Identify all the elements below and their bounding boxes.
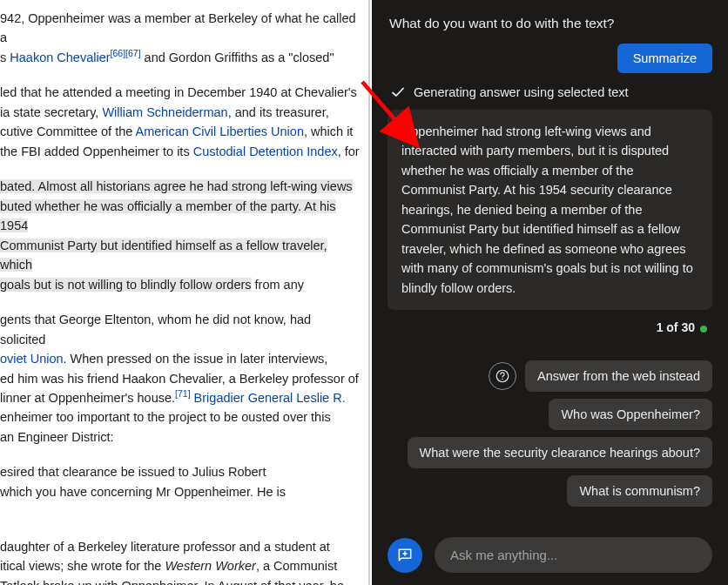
ref-71[interactable]: [71] xyxy=(175,388,191,399)
summarize-button[interactable]: Summarize xyxy=(617,44,712,73)
ref-67[interactable]: [67] xyxy=(125,48,141,58)
question-icon xyxy=(489,362,516,390)
paragraph: led that he attended a meeting in Decemb… xyxy=(0,83,360,161)
paragraph: 942, Oppenheimer was a member at Berkele… xyxy=(0,9,360,67)
pager[interactable]: 1 of 30 xyxy=(388,310,712,345)
answer-box: Oppenheimer had strong left-wing views a… xyxy=(388,110,712,310)
paragraph: gents that George Eltenton, whom he did … xyxy=(0,310,360,447)
status-row: Generating answer using selected text xyxy=(388,85,712,99)
new-topic-button[interactable] xyxy=(388,538,422,573)
link-haakon-chevalier[interactable]: Haakon Chevalier xyxy=(10,50,110,64)
suggestion-answer-from-web[interactable]: Answer from the web instead xyxy=(525,360,712,392)
ask-input[interactable] xyxy=(435,537,712,573)
check-icon xyxy=(391,85,405,99)
status-dot-icon xyxy=(700,326,707,333)
blockquote: esired that clearance be issued to Juliu… xyxy=(0,462,360,501)
link-schneiderman[interactable]: William Schneiderman xyxy=(102,105,227,119)
ref-66[interactable]: [66] xyxy=(111,48,126,58)
chat-panel: What do you want to do with the text? Su… xyxy=(372,0,728,585)
scrollbar[interactable] xyxy=(360,0,372,585)
link-soviet-union[interactable]: oviet Union xyxy=(0,352,64,366)
link-custodial-detention[interactable]: Custodial Detention Index xyxy=(193,145,338,158)
suggestion-what-is-communism[interactable]: What is communism? xyxy=(567,475,712,507)
suggestions: Answer from the web instead Who was Oppe… xyxy=(388,360,712,507)
link-aclu[interactable]: American Civil Liberties Union xyxy=(136,124,304,138)
suggestion-security-clearance[interactable]: What were the security clearance hearing… xyxy=(408,437,712,468)
panel-prompt: What do you want to do with the text? xyxy=(388,10,712,44)
article-content: 942, Oppenheimer was a member at Berkele… xyxy=(0,0,372,585)
paragraph-highlighted: bated. Almost all historians agree he ha… xyxy=(0,177,360,294)
suggestion-who-was-oppenheimer[interactable]: Who was Oppenheimer? xyxy=(549,399,712,430)
svg-point-1 xyxy=(502,379,503,380)
paragraph: daughter of a Berkeley literature profes… xyxy=(0,537,360,585)
status-text: Generating answer using selected text xyxy=(414,85,629,99)
link-leslie-groves[interactable]: Brigadier General Leslie R. xyxy=(191,391,346,405)
